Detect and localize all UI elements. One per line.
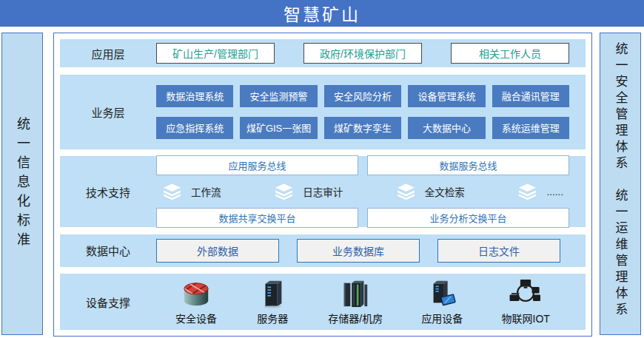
middleware-label: ...... (546, 186, 563, 197)
layers-icon (274, 183, 294, 200)
data-box-external-data: 外部数据 (156, 239, 279, 263)
biz-box-big-data-center: 大数据中心 (408, 117, 485, 139)
data-center-band: 数据中心 外部数据 业务数据库 日志文件 (60, 234, 586, 267)
middleware-more: ...... (517, 183, 563, 200)
biz-box-gis-map: 煤矿GIS一张图 (240, 117, 317, 139)
tech-support-band: 技术支持 应用服务总线 数据服务总线 工作流 (60, 156, 586, 227)
data-sharing-platform-box: 数据共享交换平台 (156, 208, 358, 228)
device-label: 存储器/机房 (328, 311, 383, 325)
middleware-label: 日志审计 (303, 184, 343, 199)
exchange-platform-row: 数据共享交换平台 业务分析交换平台 (156, 208, 569, 228)
middleware-label: 工作流 (191, 184, 221, 199)
device-security-equipment: 安全设备 (175, 279, 217, 325)
device-storage-room: 存储器/机房 (328, 279, 383, 325)
left-sidebar-label: 统一信息化标准 (16, 117, 29, 251)
application-device-icon (425, 279, 459, 308)
biz-box-system-ops: 系统运维管理 (492, 117, 569, 139)
device-support-label: 设备支撑 (60, 294, 156, 310)
app-box-related-staff: 相关工作人员 (451, 43, 569, 64)
biz-box-communication: 融合通讯管理 (492, 85, 569, 107)
device-support-content: 安全设备 (156, 279, 569, 325)
layers-icon (162, 183, 182, 200)
biz-box-emergency-command: 应急指挥系统 (156, 117, 233, 139)
data-center-content: 外部数据 业务数据库 日志文件 (156, 239, 569, 263)
app-service-bus-box: 应用服务总线 (156, 155, 358, 175)
biz-box-data-governance: 数据治理系统 (156, 85, 233, 107)
right-sidebar-label-security: 统一安全管理体系 (614, 42, 627, 172)
right-sidebar-label-ops: 统一运维管理体系 (614, 189, 627, 319)
storage-room-icon (338, 279, 372, 308)
middleware-log-audit: 日志审计 (274, 183, 343, 200)
service-bus-row: 应用服务总线 数据服务总线 (156, 155, 569, 175)
app-box-mine-production-dept: 矿山生产/管理部门 (156, 43, 275, 64)
biz-box-device-management: 设备管理系统 (408, 85, 485, 107)
data-box-log-files: 日志文件 (437, 239, 560, 263)
device-support-band: 设备支撑 (60, 274, 586, 330)
middleware-full-text-search: 全文检索 (396, 183, 465, 200)
device-application-equipment: 应用设备 (421, 279, 463, 325)
business-layer-label: 业务层 (60, 104, 156, 120)
tech-support-label: 技术支持 (60, 184, 156, 200)
middleware-label: 全文检索 (425, 184, 465, 199)
middleware-row: 工作流 日志审计 (156, 182, 569, 201)
device-iot: 物联网IOT (502, 279, 550, 325)
biz-box-risk-analysis: 安全风险分析 (324, 85, 401, 107)
app-box-government-env-dept: 政府/环境保护部门 (303, 43, 422, 64)
data-service-bus-box: 数据服务总线 (367, 155, 569, 175)
layers-icon (396, 183, 416, 200)
biz-box-digital-twin: 煤矿数字孪生 (324, 117, 401, 139)
tech-support-content: 应用服务总线 数据服务总线 工作流 (156, 155, 569, 228)
application-layer-band: 应用层 矿山生产/管理部门 政府/环境保护部门 相关工作人员 (60, 39, 586, 67)
iot-icon (509, 279, 543, 308)
business-analysis-platform-box: 业务分析交换平台 (367, 208, 569, 228)
middleware-workflow: 工作流 (162, 183, 221, 200)
device-label: 物联网IOT (502, 311, 550, 325)
server-icon (255, 279, 289, 308)
page-title: 智慧矿山 (284, 1, 360, 26)
layers-icon (517, 183, 537, 200)
business-layer-content: 数据治理系统 安全监测预警 安全风险分析 设备管理系统 融合通讯管理 应急指挥系… (156, 85, 569, 139)
application-layer-label: 应用层 (60, 46, 156, 61)
data-box-business-database: 业务数据库 (297, 239, 420, 263)
device-label: 服务器 (257, 311, 288, 325)
device-label: 应用设备 (421, 311, 463, 325)
security-device-icon (179, 279, 213, 308)
device-server: 服务器 (255, 279, 289, 325)
business-layer-band: 业务层 数据治理系统 安全监测预警 安全风险分析 设备管理系统 融合通讯管理 应… (60, 75, 586, 149)
biz-box-safety-monitoring: 安全监测预警 (240, 85, 317, 107)
application-layer-content: 矿山生产/管理部门 政府/环境保护部门 相关工作人员 (156, 43, 569, 64)
left-sidebar: 统一信息化标准 (1, 33, 43, 335)
data-center-label: 数据中心 (60, 243, 156, 258)
architecture-panel: 应用层 矿山生产/管理部门 政府/环境保护部门 相关工作人员 业务层 数据治理系… (53, 33, 592, 337)
device-label: 安全设备 (175, 311, 217, 325)
banner: 智慧矿山 (0, 0, 644, 27)
right-sidebar: 统一安全管理体系 统一运维管理体系 (600, 33, 641, 335)
